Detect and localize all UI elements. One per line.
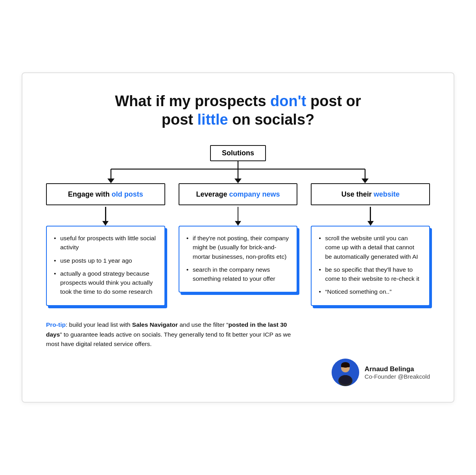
svg-rect-14 <box>341 365 350 367</box>
avatar-svg <box>332 359 359 386</box>
leverage-title-part1: Leverage <box>196 190 229 198</box>
leverage-title-blue: company news <box>229 190 280 198</box>
title-dont: don't <box>270 93 306 109</box>
detail-leverage: if they're not posting, their company mi… <box>179 226 298 293</box>
title-little: little <box>197 111 228 128</box>
protip-text3: ” to guarantee leads active on socials. … <box>46 331 291 348</box>
svg-marker-3 <box>107 179 114 183</box>
leverage-bullet-2: search in the company news something rel… <box>186 265 290 284</box>
svg-marker-7 <box>362 179 369 183</box>
website-bullet-1: scroll the website until you can come up… <box>319 234 422 261</box>
website-bullet-3: “Noticed something on..” <box>319 287 422 296</box>
protip-text2: and use the filter “ <box>178 321 228 328</box>
title-part3: post <box>162 111 197 128</box>
engage-title-part1: Engage with <box>68 190 112 198</box>
engage-bullet-1: useful for prospects with little social … <box>54 234 157 252</box>
website-bullets: scroll the website until you can come up… <box>319 234 422 296</box>
author-handle: Co-Founder @Breakcold <box>365 373 430 380</box>
author-info: Arnaud Belinga Co-Founder @Breakcold <box>365 365 430 380</box>
title-part2: post or <box>306 93 361 109</box>
columns-container: Engage with old posts useful for prospec… <box>46 183 430 306</box>
col-leverage: Leverage company news if they're not pos… <box>179 183 298 293</box>
category-website: Use their website <box>311 183 430 205</box>
col-website: Use their website scroll the website unt… <box>311 183 430 306</box>
title-part4: on socials? <box>228 111 315 128</box>
category-leverage: Leverage company news <box>179 183 298 205</box>
leverage-bullets: if they're not posting, their company mi… <box>186 234 290 283</box>
engage-title-blue: old posts <box>112 190 143 198</box>
detail-website: scroll the website until you can come up… <box>311 226 430 306</box>
main-title: What if my prospects don't post or post … <box>46 92 430 129</box>
col-engage: Engage with old posts useful for prospec… <box>46 183 165 306</box>
protip-section: Pro-tip: build your lead list with Sales… <box>46 320 298 349</box>
category-engage: Engage with old posts <box>46 183 165 205</box>
leverage-bullet-1: if they're not posting, their company mi… <box>186 234 290 261</box>
main-card: What if my prospects don't post or post … <box>22 72 454 403</box>
engage-bullet-2: use posts up to 1 year ago <box>54 256 157 265</box>
flowchart: Solutions Engage with old posts <box>46 145 430 306</box>
title-part1: What if my prospects <box>115 93 270 109</box>
engage-bullets: useful for prospects with little social … <box>54 234 157 296</box>
solutions-box: Solutions <box>210 145 266 161</box>
website-title-part1: Use their <box>341 190 374 198</box>
website-title-blue: website <box>374 190 400 198</box>
detail-engage: useful for prospects with little social … <box>46 226 165 306</box>
avatar <box>332 359 359 386</box>
svg-marker-5 <box>234 179 242 183</box>
website-bullet-2: be so specific that they'll have to come… <box>319 265 422 284</box>
protip-text1: : build your lead list with <box>66 321 132 328</box>
author-name: Arnaud Belinga <box>365 365 430 373</box>
engage-bullet-3: actually a good strategy because prospec… <box>54 269 157 296</box>
author-section: Arnaud Belinga Co-Founder @Breakcold <box>332 359 430 386</box>
protip-sales-navigator: Sales Navigator <box>132 321 178 328</box>
footer: Arnaud Belinga Co-Founder @Breakcold <box>46 359 430 386</box>
svg-point-11 <box>339 375 352 385</box>
branch-svg <box>49 161 427 183</box>
protip-label: Pro-tip <box>46 321 66 328</box>
